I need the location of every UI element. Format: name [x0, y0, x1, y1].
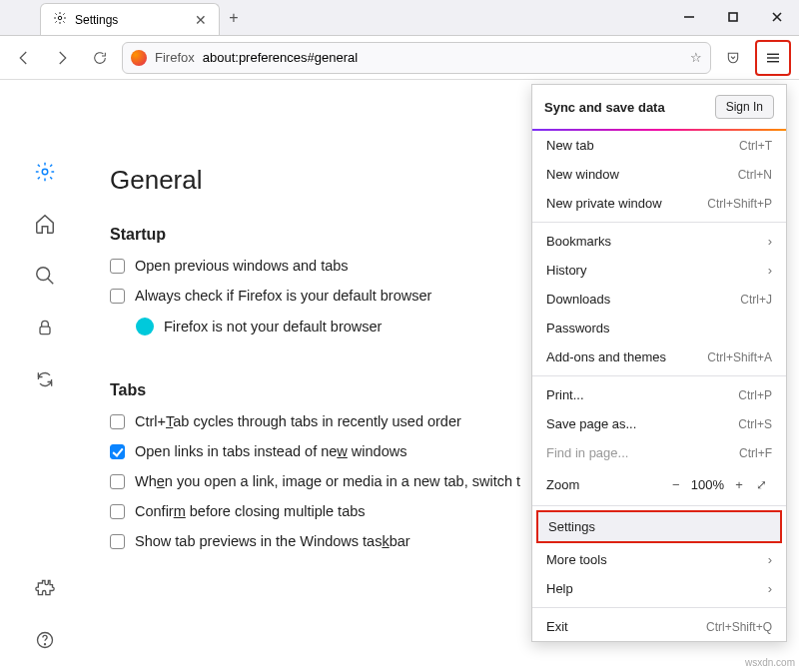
- app-menu: Sync and save data Sign In New tabCtrl+T…: [531, 84, 787, 642]
- zoom-value: 100%: [687, 477, 728, 492]
- back-button[interactable]: [8, 42, 40, 74]
- hamburger-highlight: [755, 40, 791, 76]
- menu-print[interactable]: Print...Ctrl+P: [532, 380, 786, 409]
- identity-label: Firefox: [155, 50, 195, 65]
- zoom-in-button[interactable]: +: [728, 473, 750, 495]
- gear-icon: [53, 11, 67, 28]
- chevron-right-icon: ›: [768, 581, 772, 596]
- menu-passwords[interactable]: Passwords: [532, 314, 786, 342]
- menu-new-tab[interactable]: New tabCtrl+T: [532, 131, 786, 160]
- svg-rect-2: [729, 13, 737, 21]
- url-bar[interactable]: Firefox about:preferences#general ☆: [122, 42, 711, 74]
- tab-title: Settings: [75, 13, 118, 27]
- svg-line-10: [48, 279, 54, 285]
- menu-history[interactable]: History›: [532, 256, 786, 285]
- menu-help[interactable]: Help›: [532, 574, 786, 603]
- menu-zoom-row: Zoom − 100% + ⤢: [532, 467, 786, 501]
- settings-sidebar: [0, 80, 90, 672]
- svg-point-8: [42, 169, 48, 175]
- menu-find[interactable]: Find in page...Ctrl+F: [532, 438, 786, 467]
- svg-point-0: [58, 16, 62, 20]
- close-window-button[interactable]: [755, 0, 799, 35]
- menu-more-tools[interactable]: More tools›: [532, 545, 786, 574]
- app-menu-button[interactable]: [758, 43, 788, 73]
- firefox-icon: [131, 50, 147, 66]
- menu-bookmarks[interactable]: Bookmarks›: [532, 227, 786, 256]
- chevron-right-icon: ›: [768, 234, 772, 249]
- svg-rect-11: [40, 327, 50, 335]
- chevron-right-icon: ›: [768, 263, 772, 278]
- menu-save-as[interactable]: Save page as...Ctrl+S: [532, 409, 786, 438]
- sidebar-sync-icon[interactable]: [33, 367, 57, 391]
- url-text: about:preferences#general: [203, 50, 358, 65]
- chevron-right-icon: ›: [768, 552, 772, 567]
- menu-exit[interactable]: ExitCtrl+Shift+Q: [532, 612, 786, 641]
- svg-point-9: [37, 268, 50, 281]
- menu-settings[interactable]: Settings: [536, 510, 782, 543]
- sad-face-icon: [136, 318, 154, 336]
- toolbar: Firefox about:preferences#general ☆: [0, 36, 799, 80]
- forward-button[interactable]: [46, 42, 78, 74]
- menu-new-private[interactable]: New private windowCtrl+Shift+P: [532, 189, 786, 218]
- zoom-out-button[interactable]: −: [665, 473, 687, 495]
- browser-tab[interactable]: Settings ✕: [40, 3, 220, 35]
- sidebar-privacy-icon[interactable]: [33, 316, 57, 339]
- svg-point-13: [45, 644, 46, 645]
- menu-downloads[interactable]: DownloadsCtrl+J: [532, 285, 786, 314]
- minimize-button[interactable]: [667, 0, 711, 35]
- menu-addons[interactable]: Add-ons and themesCtrl+Shift+A: [532, 342, 786, 371]
- fullscreen-icon[interactable]: ⤢: [750, 473, 772, 495]
- maximize-button[interactable]: [711, 0, 755, 35]
- pocket-icon[interactable]: [717, 42, 749, 74]
- sign-in-button[interactable]: Sign In: [715, 95, 774, 119]
- new-tab-button[interactable]: +: [220, 9, 248, 27]
- titlebar: Settings ✕ +: [0, 0, 799, 36]
- menu-sync-row[interactable]: Sync and save data Sign In: [532, 85, 786, 131]
- sidebar-help-icon[interactable]: [33, 628, 57, 652]
- reload-button[interactable]: [84, 42, 116, 74]
- sidebar-extensions-icon[interactable]: [33, 576, 57, 600]
- sidebar-search-icon[interactable]: [33, 264, 57, 288]
- bookmark-star-icon[interactable]: ☆: [690, 50, 702, 65]
- sidebar-home-icon[interactable]: [33, 212, 57, 236]
- watermark: wsxdn.com: [745, 657, 795, 668]
- menu-new-window[interactable]: New windowCtrl+N: [532, 160, 786, 189]
- sidebar-general-icon[interactable]: [33, 160, 57, 184]
- close-tab-icon[interactable]: ✕: [195, 12, 207, 28]
- window-controls: [667, 0, 799, 35]
